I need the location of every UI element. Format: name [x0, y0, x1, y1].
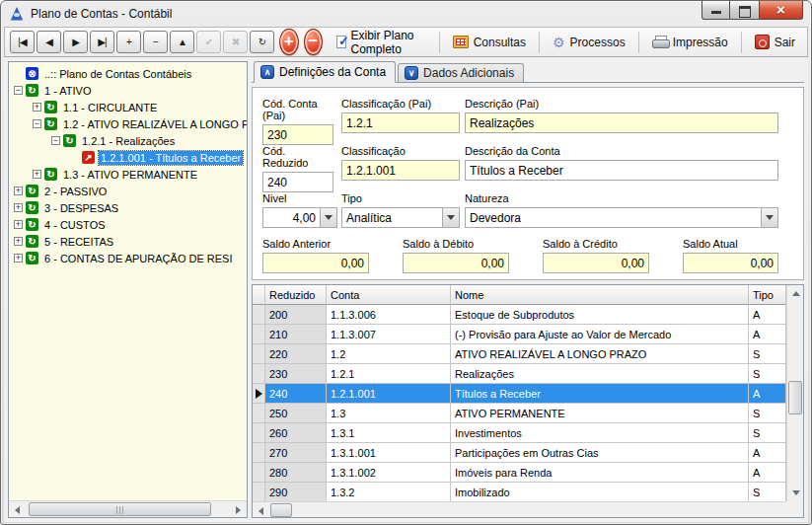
- full-plan-checkbox[interactable]: [336, 36, 346, 48]
- grid-horizontal-scrollbar[interactable]: [253, 501, 786, 517]
- grid-cell-nome: Realizações: [451, 364, 749, 384]
- consultas-label: Consultas: [474, 36, 526, 49]
- expand-icon[interactable]: +: [14, 220, 23, 229]
- synthetic-account-icon: ↻: [26, 201, 38, 214]
- maximize-button[interactable]: [730, 1, 759, 20]
- nav-first-button[interactable]: |◀: [10, 31, 35, 53]
- impressao-button[interactable]: Impressão: [645, 33, 735, 52]
- tab-dados-adicionais[interactable]: ∨ Dados Adicionais: [398, 63, 524, 82]
- grid-column-header[interactable]: Nome: [451, 285, 749, 305]
- tree-node[interactable]: +↻1.1 - CIRCULANTE: [9, 99, 247, 115]
- dropdown-arrow-icon[interactable]: [442, 208, 459, 227]
- grid-row[interactable]: 2201.2ATIVO REALIZÁVEL A LONGO PRAZOS: [253, 344, 786, 364]
- scroll-left-icon[interactable]: [253, 502, 269, 518]
- tree-node[interactable]: +↻6 - CONTAS DE APURAÇÃO DE RESI: [9, 250, 247, 266]
- tree-node[interactable]: +↻1.3 - ATIVO PERMANENTE: [9, 166, 247, 183]
- synthetic-account-icon: ↻: [26, 185, 38, 197]
- grid-row[interactable]: 2101.1.3.007(-) Provisão para Ajuste ao …: [253, 325, 786, 344]
- nav-insert-button[interactable]: +: [116, 31, 141, 53]
- collapse-icon[interactable]: −: [33, 119, 41, 128]
- close-button[interactable]: [759, 1, 803, 20]
- grid-row[interactable]: 2601.3.1InvestimentosS: [253, 423, 786, 443]
- processos-button[interactable]: ⚙ Processos: [546, 33, 632, 52]
- tree-node-label: 6 - CONTAS DE APURAÇÃO DE RESI: [42, 252, 235, 265]
- tab-definicoes-da-conta[interactable]: ∧ Definições da Conta: [254, 61, 396, 83]
- expand-icon[interactable]: +: [33, 103, 41, 112]
- descricao-conta-field[interactable]: Títulos a Receber: [465, 160, 778, 181]
- grid-column-header[interactable]: Reduzido: [265, 285, 327, 305]
- tree-node[interactable]: +↻4 - CUSTOS: [9, 216, 247, 233]
- scrollbar-corner: [786, 501, 803, 517]
- dropdown-arrow-icon[interactable]: [320, 208, 336, 227]
- accounts-grid: ReduzidoContaNomeTipo2001.1.3.006Estoque…: [252, 284, 804, 518]
- tree-node[interactable]: −↻1.2 - ATIVO REALIZÁVEL A LONGO PRAZO: [9, 115, 247, 132]
- cod-reduzido-field[interactable]: 240: [262, 172, 333, 192]
- tree-node[interactable]: +↻3 - DESPESAS: [9, 199, 247, 216]
- nav-prior-button[interactable]: ◀: [37, 31, 61, 53]
- saldo-debito-field[interactable]: 0,00: [403, 253, 509, 273]
- sair-button[interactable]: Sair: [748, 32, 802, 52]
- grid-row[interactable]: 2301.2.1RealizaçõesS: [253, 364, 786, 384]
- expand-icon[interactable]: +: [14, 187, 23, 195]
- scroll-left-icon[interactable]: [9, 501, 26, 518]
- grid-row[interactable]: 2901.3.2ImobilizadoS: [253, 483, 786, 501]
- grid-row-indicator: [253, 305, 265, 325]
- nav-last-button[interactable]: ▶|: [90, 31, 114, 53]
- tree-node[interactable]: −↻1.2.1 - Realizações: [9, 132, 247, 149]
- tipo-dropdown[interactable]: Analítica: [341, 207, 460, 228]
- grid-column-header[interactable]: Conta: [327, 285, 451, 305]
- expand-icon[interactable]: +: [33, 170, 41, 179]
- tree-scrollbar-thumb[interactable]: [29, 502, 211, 516]
- remove-account-button[interactable]: −: [304, 29, 324, 55]
- tree-node[interactable]: ↗1.2.1.001 - Títulos a Receber: [9, 149, 247, 166]
- nav-edit-button[interactable]: ▲: [170, 31, 194, 53]
- classificacao-field[interactable]: 1.2.1.001: [341, 160, 460, 181]
- add-account-button[interactable]: +: [279, 29, 299, 55]
- grid-vertical-scrollbar[interactable]: [786, 285, 803, 501]
- grid-row[interactable]: 2501.3ATIVO PERMANENTES: [253, 404, 786, 423]
- cod-conta-pai-field[interactable]: 230: [262, 124, 333, 145]
- tree-node-label: 3 - DESPESAS: [42, 201, 120, 215]
- saldo-atual-field[interactable]: 0,00: [683, 253, 778, 273]
- tree-node[interactable]: ⊗..:: Plano de Contas Contábeis: [9, 65, 247, 82]
- tree-node[interactable]: +↻5 - RECEITAS: [9, 233, 247, 250]
- minimize-button[interactable]: [701, 1, 730, 20]
- nav-next-button[interactable]: ▶: [63, 31, 88, 53]
- nav-delete-button[interactable]: −: [143, 31, 168, 53]
- tree-node[interactable]: −↻1 - ATIVO: [9, 82, 247, 99]
- grid-vscrollbar-thumb[interactable]: [788, 381, 802, 414]
- scroll-up-icon[interactable]: [787, 285, 804, 302]
- expand-icon[interactable]: +: [14, 254, 23, 262]
- synthetic-account-icon: ↻: [26, 218, 38, 231]
- grid-cell-nome: Imóveis para Renda: [451, 463, 749, 483]
- grid-row-indicator: [253, 384, 265, 404]
- grid-cell-reduzido: 220: [265, 344, 327, 364]
- tree-node[interactable]: +↻2 - PASSIVO: [9, 183, 247, 199]
- descricao-pai-field[interactable]: Realizações: [465, 112, 778, 133]
- saldo-credito-field[interactable]: 0,00: [543, 253, 649, 273]
- dropdown-arrow-icon[interactable]: [761, 208, 777, 227]
- classificacao-pai-field[interactable]: 1.2.1: [341, 112, 460, 133]
- scroll-right-icon[interactable]: [230, 501, 247, 518]
- grid-hscrollbar-thumb[interactable]: [270, 503, 292, 517]
- nav-refresh-button[interactable]: ↻: [250, 31, 274, 53]
- tree-horizontal-scrollbar[interactable]: [9, 500, 247, 517]
- window-title: Plano de Contas - Contábil: [31, 7, 172, 21]
- nivel-dropdown[interactable]: 4,00: [262, 207, 337, 228]
- title-bar[interactable]: Plano de Contas - Contábil: [1, 1, 811, 27]
- expand-icon[interactable]: +: [14, 237, 23, 246]
- scroll-down-icon[interactable]: [787, 485, 804, 501]
- consultas-button[interactable]: Consultas: [446, 33, 533, 52]
- expand-icon[interactable]: +: [14, 203, 23, 212]
- grid-cell-nome: Imobilizado: [451, 483, 749, 501]
- grid-row[interactable]: 2701.3.1.001Participações em Outras Cias…: [253, 443, 786, 463]
- grid-row[interactable]: 2001.1.3.006Estoque de SubprodutosA: [253, 305, 786, 325]
- collapse-icon[interactable]: −: [14, 86, 23, 95]
- grid-row[interactable]: 2801.3.1.002Imóveis para RendaA: [253, 463, 786, 483]
- grid-row[interactable]: 2401.2.1.001Títulos a ReceberA: [253, 384, 786, 404]
- collapse-icon[interactable]: −: [51, 136, 60, 145]
- natureza-dropdown[interactable]: Devedora: [465, 207, 778, 228]
- grid-column-header[interactable]: Tipo: [749, 285, 786, 305]
- saldo-anterior-field[interactable]: 0,00: [262, 253, 369, 273]
- cod-reduzido-label: Cód. Reduzido: [262, 145, 333, 169]
